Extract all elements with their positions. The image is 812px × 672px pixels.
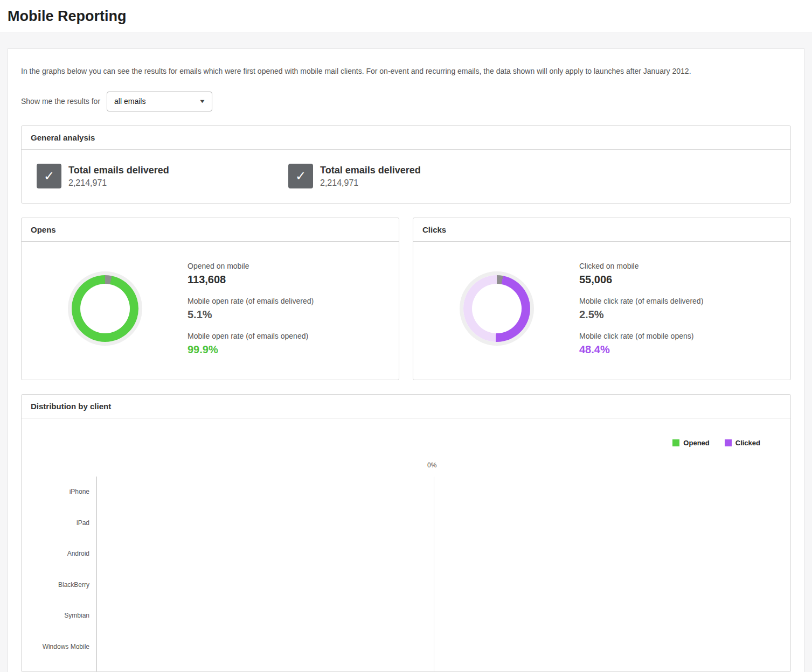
stat-mobile-open-rate-opened: Mobile open rate (of emails opened) 99.9… [188,332,314,356]
category-label-blackberry: BlackBerry [22,569,89,600]
distribution-title: Distribution by client [22,395,790,418]
stat-mobile-click-rate-opens: Mobile click rate (of mobile opens) 48.4… [579,332,703,356]
category-label-windows-mobile: Windows Mobile [22,631,89,662]
legend-item-opened[interactable]: Opened [672,439,709,447]
stat-label: Mobile open rate (of emails delivered) [188,297,314,305]
charts-row: Opens Opened on mobile 113,608 Mobile op… [21,218,791,380]
general-analysis-panel: General analysis ✓ Total emails delivere… [21,125,791,204]
check-icon: ✓ [295,170,306,183]
stat-label: Mobile click rate (of emails delivered) [579,297,703,305]
legend-item-clicked[interactable]: Clicked [725,439,760,447]
intro-text: In the graphs below you can see the resu… [21,66,791,77]
metric-label: Total emails delivered [320,165,421,176]
x-axis-zero-tick: 0% [427,461,436,469]
stat-value: 55,006 [579,274,703,286]
checkbox-total-delivered-1[interactable]: ✓ [37,164,61,188]
clicks-body: Clicked on mobile 55,006 Mobile click ra… [413,242,790,380]
main-card: In the graphs below you can see the resu… [8,48,804,672]
distribution-panel: Distribution by client Opened Clicked 0%… [21,394,791,672]
clicks-title: Clicks [413,218,790,242]
stat-label: Clicked on mobile [579,262,703,270]
filter-label: Show me the results for [21,97,100,106]
y-axis-line [96,477,96,671]
stat-value: 113,608 [188,274,314,286]
clicked-swatch-icon [725,439,732,446]
stat-value: 2.5% [579,309,703,321]
distribution-chart: Opened Clicked 0% iPhone iPad Android Bl… [22,418,790,671]
stat-label: Opened on mobile [188,262,314,270]
clicks-stats: Clicked on mobile 55,006 Mobile click ra… [579,262,703,356]
metric-value: 2,214,971 [320,178,421,188]
general-analysis-title: General analysis [22,126,790,150]
opens-title: Opens [22,218,399,242]
opens-stats: Opened on mobile 113,608 Mobile open rat… [188,262,314,356]
legend-label: Clicked [735,439,760,447]
category-label-android: Android [22,538,89,570]
page-title: Mobile Reporting [8,8,804,25]
stat-clicked-on-mobile: Clicked on mobile 55,006 [579,262,703,286]
legend-label: Opened [683,439,709,447]
opens-donut-chart [72,275,138,342]
stat-value: 48.4% [579,344,703,356]
metric-total-delivered-1: ✓ Total emails delivered 2,214,971 [37,164,288,188]
clicks-panel: Clicks Clicked on mobile 55,006 Mobile c… [413,218,791,380]
stat-value: 99.9% [188,344,314,356]
clicks-donut-chart [463,275,530,342]
category-label-iphone: iPhone [22,477,89,508]
chevron-down-icon: ▼ [199,99,206,104]
chart-legend: Opened Clicked [672,439,760,447]
stat-mobile-click-rate-delivered: Mobile click rate (of emails delivered) … [579,297,703,321]
metric-value: 2,214,971 [68,178,169,188]
stat-label: Mobile click rate (of mobile opens) [579,332,703,340]
category-labels: iPhone iPad Android BlackBerry Symbian W… [22,477,89,662]
stat-mobile-open-rate-delivered: Mobile open rate (of emails delivered) 5… [188,297,314,321]
stat-label: Mobile open rate (of emails opened) [188,332,314,340]
zero-gridline [434,477,434,671]
metric-label: Total emails delivered [68,165,169,176]
filter-row: Show me the results for all emails ▼ [21,92,791,111]
category-label-ipad: iPad [22,507,89,538]
emails-filter-dropdown[interactable]: all emails ▼ [107,92,212,111]
metric-total-delivered-2: ✓ Total emails delivered 2,214,971 [288,164,540,188]
opens-body: Opened on mobile 113,608 Mobile open rat… [22,242,399,380]
checkbox-total-delivered-2[interactable]: ✓ [288,164,313,188]
emails-filter-value: all emails [114,97,145,106]
page-header: Mobile Reporting [0,0,812,32]
opened-swatch-icon [672,439,679,446]
category-label-symbian: Symbian [22,600,89,632]
general-analysis-body: ✓ Total emails delivered 2,214,971 ✓ Tot… [22,150,790,203]
stat-value: 5.1% [188,309,314,321]
opens-panel: Opens Opened on mobile 113,608 Mobile op… [21,218,399,380]
stat-opened-on-mobile: Opened on mobile 113,608 [188,262,314,286]
check-icon: ✓ [44,170,54,183]
